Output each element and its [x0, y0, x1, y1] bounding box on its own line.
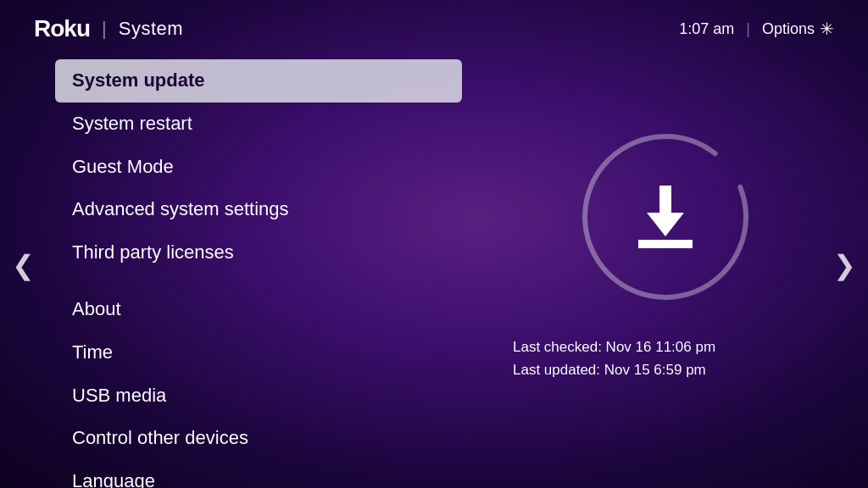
header-left: Roku | System [34, 15, 183, 42]
options-label: Options [762, 20, 815, 38]
menu-item-system-restart[interactable]: System restart [55, 103, 462, 146]
download-circle [572, 124, 759, 310]
nav-right-arrow-wrapper: ❯ [821, 51, 868, 480]
menu-item-language[interactable]: Language [55, 460, 462, 488]
nav-right-arrow[interactable]: ❯ [821, 249, 868, 281]
menu-item-third-party-licenses[interactable]: Third party licenses [55, 231, 462, 274]
menu-item-time[interactable]: Time [55, 331, 462, 374]
menu-item-advanced-settings[interactable]: Advanced system settings [55, 188, 462, 231]
page-title: System [119, 18, 183, 40]
menu-panel: System update System restart Guest Mode … [47, 51, 462, 480]
menu-item-guest-mode[interactable]: Guest Mode [55, 146, 462, 189]
right-panel: Last checked: Nov 16 11:06 pm Last updat… [462, 51, 868, 480]
header-right-divider: | [746, 20, 750, 38]
menu-item-control-other-devices[interactable]: Control other devices [55, 417, 462, 460]
header-title-divider: | [102, 18, 107, 40]
download-arrow-head [647, 213, 684, 236]
roku-logo: Roku [34, 15, 90, 42]
menu-item-system-update[interactable]: System update [55, 59, 462, 103]
menu-item-usb-media[interactable]: USB media [55, 374, 462, 418]
header-right: 1:07 am | Options ✳ [679, 19, 834, 39]
nav-left-arrow[interactable]: ❮ [0, 51, 47, 480]
header: Roku | System 1:07 am | Options ✳ [0, 0, 868, 51]
status-info: Last checked: Nov 16 11:06 pm Last updat… [513, 336, 715, 381]
options-icon: ✳ [820, 19, 834, 39]
clock-display: 1:07 am [679, 20, 734, 38]
last-checked-text: Last checked: Nov 16 11:06 pm [513, 336, 715, 358]
menu-item-about[interactable]: About [55, 288, 462, 331]
main-content: ❮ System update System restart Guest Mod… [0, 51, 868, 480]
options-button[interactable]: Options ✳ [762, 19, 834, 39]
last-updated-text: Last updated: Nov 15 6:59 pm [513, 358, 715, 381]
